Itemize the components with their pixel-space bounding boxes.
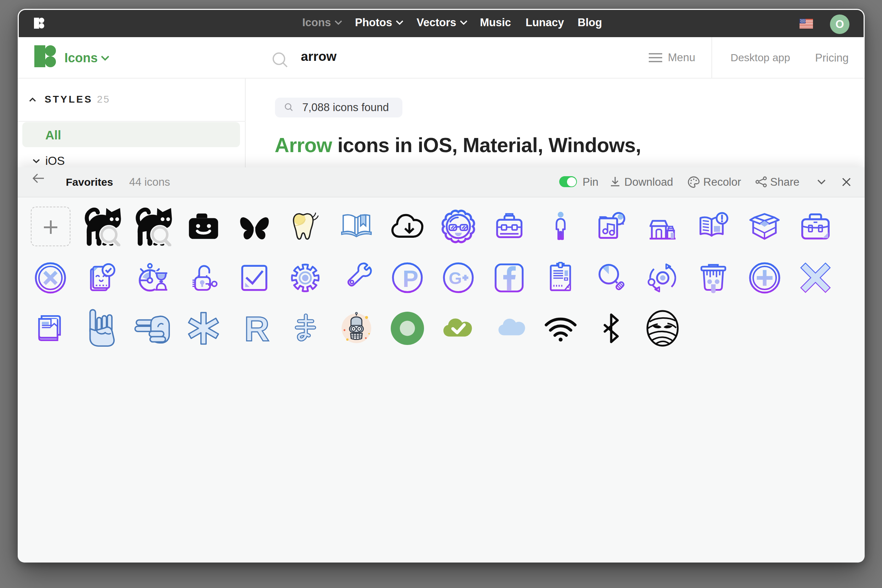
svg-text:R: R	[244, 311, 269, 345]
svg-text:P: P	[403, 266, 418, 292]
svg-text:G: G	[449, 269, 462, 288]
